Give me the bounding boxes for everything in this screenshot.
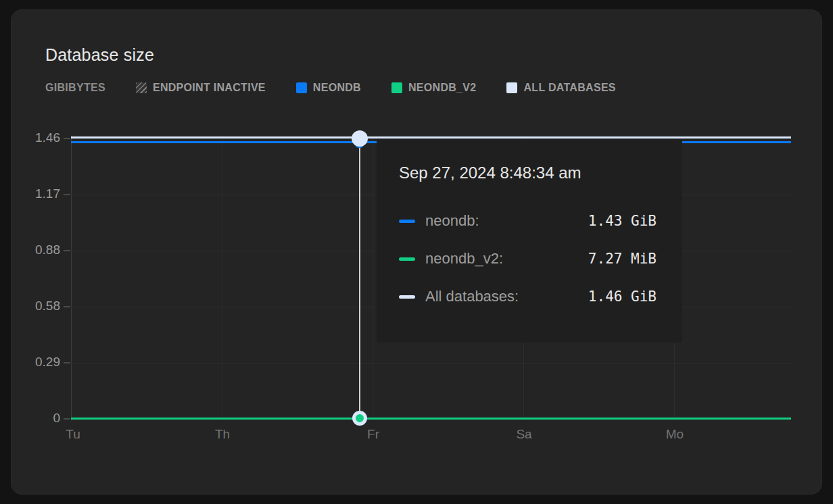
database-size-card: Database size GIBIBYTES ENDPOINT INACTIV… xyxy=(11,9,822,495)
y-tick-mark xyxy=(64,306,70,307)
y-tick-label: 0 xyxy=(11,411,60,426)
chart-legend: GIBIBYTES ENDPOINT INACTIVE NEONDB NEOND… xyxy=(45,80,616,95)
y-tick-mark xyxy=(64,418,70,420)
neondb-v2-line[interactable] xyxy=(71,418,791,420)
all-databases-line[interactable] xyxy=(71,136,791,138)
legend-item-neondb-v2[interactable]: NEONDB_V2 xyxy=(391,82,477,94)
all-databases-point-marker xyxy=(352,130,368,147)
diagonal-stripes-icon xyxy=(136,82,147,93)
neondb-v2-point-marker xyxy=(352,411,367,426)
page-title: Database size xyxy=(45,45,154,65)
y-tick-label: 0.29 xyxy=(11,355,60,370)
tooltip-timestamp: Sep 27, 2024 8:48:34 am xyxy=(399,162,657,184)
y-tick-mark xyxy=(64,138,70,139)
tooltip-row-all-databases: All databases: 1.46 GiB xyxy=(399,286,657,307)
horizontal-gridline xyxy=(71,363,791,363)
blue-swatch-icon xyxy=(296,82,307,93)
tooltip-row-neondb: neondb: 1.43 GiB xyxy=(399,211,657,231)
y-tick-label: 1.46 xyxy=(11,130,60,145)
x-tick-label: Tu xyxy=(66,427,80,442)
blue-dash-icon xyxy=(399,220,415,223)
green-dash-icon xyxy=(399,257,415,261)
y-tick-mark xyxy=(64,362,70,363)
y-tick-mark xyxy=(64,250,70,251)
x-tick-label: Sa xyxy=(516,427,531,442)
pale-dash-icon xyxy=(399,295,415,299)
vertical-gridline xyxy=(222,138,222,419)
tooltip-row-neondb-v2: neondb_v2: 7.27 MiB xyxy=(399,249,657,269)
hover-cursor-line xyxy=(359,138,360,419)
x-tick-label: Fr xyxy=(367,427,379,442)
tooltip-rows: neondb: 1.43 GiB neondb_v2: 7.27 MiB All… xyxy=(399,211,657,307)
legend-item-endpoint-inactive[interactable]: ENDPOINT INACTIVE xyxy=(136,82,266,94)
x-tick-label: Th xyxy=(215,427,230,442)
pale-swatch-icon xyxy=(506,82,517,93)
y-tick-label: 0.58 xyxy=(11,299,60,313)
vertical-gridline xyxy=(373,138,373,419)
legend-item-neondb[interactable]: NEONDB xyxy=(296,82,361,94)
legend-item-all-databases[interactable]: ALL DATABASES xyxy=(506,82,615,94)
y-tick-label: 1.17 xyxy=(11,186,60,201)
y-axis-line xyxy=(71,136,72,420)
x-tick-label: Mo xyxy=(666,427,684,442)
y-tick-mark xyxy=(64,194,70,195)
y-tick-label: 0.88 xyxy=(11,243,60,257)
green-swatch-icon xyxy=(391,82,402,93)
chart-tooltip: Sep 27, 2024 8:48:34 am neondb: 1.43 GiB… xyxy=(377,139,682,343)
y-unit-label: GIBIBYTES xyxy=(45,82,105,94)
